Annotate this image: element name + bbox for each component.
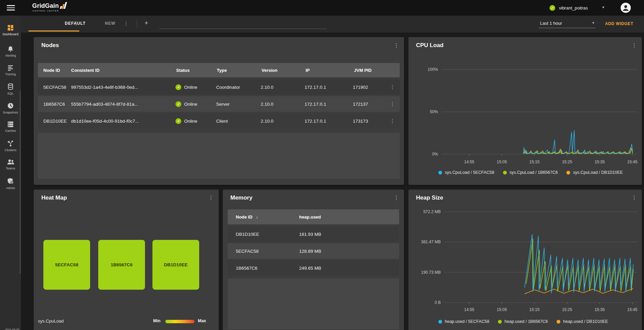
svg-text:15:05: 15:05 — [497, 307, 507, 312]
heatmap-cell[interactable]: 5ECFAC58 — [43, 240, 90, 290]
sidebar-item-snapshots[interactable]: Snapshots — [0, 102, 21, 114]
type-cell: Client — [216, 119, 261, 124]
node-id-cell: 5ECFAC58 — [228, 249, 299, 254]
column-header: Type — [217, 68, 262, 73]
avatar[interactable] — [621, 3, 631, 13]
legend-label: heap.used / 5ECFAC58 — [445, 319, 489, 324]
heap-used-cell: 249.65 MB — [299, 266, 399, 271]
heap-size-widget: Heap Size 572.2 MB381.47 MB190.73 MB0 B1… — [409, 190, 642, 330]
empty-drop-area — [228, 279, 399, 329]
sidebar-item-clusters[interactable]: Clusters — [0, 140, 21, 152]
node-id-cell: 1B6567C6 — [38, 102, 71, 107]
heatmap-metric-label: sys.CpuLoad — [38, 318, 64, 324]
legend-label: sys.CpuLoad / 5ECFAC58 — [445, 170, 494, 175]
sort-desc-icon[interactable] — [256, 214, 258, 220]
widget-kebab-icon[interactable] — [208, 194, 214, 201]
svg-text:15:25: 15:25 — [562, 160, 572, 164]
sidebar-item-alerting[interactable]: Alerting — [0, 45, 21, 57]
nodes-widget: Nodes Node ID Consistent ID Status Type … — [34, 37, 404, 185]
svg-text:0%: 0% — [432, 152, 438, 157]
svg-text:0 B: 0 B — [435, 300, 441, 305]
table-row: 1B6567C6 249.65 MB — [228, 260, 399, 276]
legend-label: sys.CpuLoad / 1B6567C6 — [510, 170, 558, 175]
brand-logo: GridGain CONTROL CENTER — [32, 2, 59, 12]
sidebar-item-sql[interactable]: SQL — [0, 83, 21, 95]
brand-subtitle: CONTROL CENTER — [32, 10, 59, 12]
person-icon — [622, 4, 630, 12]
legend-item[interactable]: sys.CpuLoad / 1B6567C6 — [503, 170, 558, 175]
user-caret-icon[interactable] — [602, 5, 604, 9]
sidebar-scrollbar[interactable] — [20, 91, 21, 274]
sidebar-item-label: Caches — [0, 129, 21, 132]
svg-text:15:45: 15:45 — [627, 160, 637, 164]
sidebar-item-tracing[interactable]: Tracing — [0, 64, 21, 76]
legend-label: heap.used / 1B6567C6 — [504, 319, 548, 324]
sidebar-item-admin[interactable]: Admin — [0, 178, 21, 190]
column-header: IP — [306, 68, 354, 73]
hamburger-menu-icon[interactable] — [7, 5, 15, 11]
caches-icon — [7, 121, 14, 128]
user-menu[interactable]: vibrant_poitras — [559, 5, 588, 11]
time-range-select[interactable]: Last 1 hour — [539, 20, 596, 28]
sidebar-item-dashboard[interactable]: Dashboard — [0, 24, 21, 36]
widget-kebab-icon[interactable] — [394, 42, 399, 48]
legend-item[interactable]: sys.CpuLoad / DB1D10EE — [566, 170, 623, 175]
svg-text:15:15: 15:15 — [529, 307, 540, 312]
table-row: DB1D10EE db1d10ee-f05d-4c00-91bd-f0c7...… — [38, 113, 400, 129]
widget-kebab-icon[interactable] — [394, 194, 399, 201]
heatmap-cell[interactable]: DB1D10EE — [152, 240, 199, 290]
heatmap-gradient-scale — [165, 320, 194, 323]
svg-text:15:25: 15:25 — [562, 307, 572, 312]
table-row: DB1D10EE 161.93 MB — [228, 226, 399, 242]
legend-item[interactable]: heap.used / 5ECFAC58 — [438, 319, 489, 324]
widget-title: Nodes — [41, 42, 59, 49]
top-bar: GridGain CONTROL CENTER vibrant_poitras — [0, 0, 644, 16]
column-header-node-id[interactable]: Node ID — [228, 214, 299, 220]
sidebar-item-label: SQL — [0, 91, 21, 95]
heatmap-cell[interactable]: 1B6567C6 — [98, 240, 145, 290]
add-tab-button[interactable] — [141, 16, 151, 31]
time-range-value: Last 1 hour — [540, 21, 562, 26]
tab-new-kebab-icon[interactable] — [124, 16, 129, 31]
tab-strip-line — [159, 28, 327, 29]
legend-label: heap.used / DB1D10EE — [563, 319, 608, 324]
row-kebab-icon[interactable] — [390, 118, 400, 124]
legend-dot-icon — [566, 171, 570, 174]
legend-item[interactable]: sys.CpuLoad / 5ECFAC58 — [438, 170, 494, 175]
legend-dot-icon — [438, 320, 442, 324]
legend-item[interactable]: heap.used / 1B6567C6 — [498, 319, 548, 324]
widget-title: Heat Map — [41, 194, 67, 201]
svg-text:190.73 MB: 190.73 MB — [421, 270, 441, 275]
svg-text:15:35: 15:35 — [595, 307, 605, 312]
tab-default-kebab-icon[interactable] — [74, 16, 79, 31]
heap-used-cell: 128.89 MB — [299, 249, 399, 254]
empty-drop-area — [38, 133, 400, 179]
row-kebab-icon[interactable] — [390, 84, 400, 90]
add-widget-button[interactable]: ADD WIDGET — [605, 20, 633, 28]
tab-new[interactable]: NEW — [95, 16, 125, 31]
legend-item[interactable]: heap.used / DB1D10EE — [557, 319, 608, 324]
status-cell: Online — [175, 101, 216, 107]
heatmap-max-label: Max — [198, 318, 206, 323]
row-kebab-icon[interactable] — [390, 101, 400, 107]
teams-icon — [6, 159, 15, 165]
legend-dot-icon — [438, 171, 442, 174]
column-header: Consistent ID — [71, 68, 176, 73]
consistent-id-cell: db1d10ee-f05d-4c00-91bd-f0c7... — [71, 119, 176, 124]
dashboard-tab-bar: DEFAULT NEW Last 1 hour ADD WIDGET — [21, 16, 644, 33]
sidebar-item-teams[interactable]: Teams — [0, 159, 21, 170]
legend-dot-icon — [557, 320, 560, 324]
memory-table-header: Node ID heap.used — [228, 209, 399, 224]
sidebar-item-label: Admin — [0, 186, 21, 190]
chevron-down-icon — [592, 21, 594, 25]
sidebar-item-caches[interactable]: Caches — [0, 121, 21, 132]
database-icon — [7, 83, 14, 90]
type-cell: Server — [216, 102, 261, 107]
status-cell: Online — [175, 84, 216, 90]
status-label: Online — [184, 85, 197, 90]
svg-text:572.2 MB: 572.2 MB — [423, 209, 441, 214]
sidebar-item-label: Teams — [0, 166, 21, 170]
status-label: Online — [184, 102, 197, 107]
ip-cell: 172.17.0.1 — [305, 119, 353, 124]
active-tab-indicator — [28, 30, 79, 32]
